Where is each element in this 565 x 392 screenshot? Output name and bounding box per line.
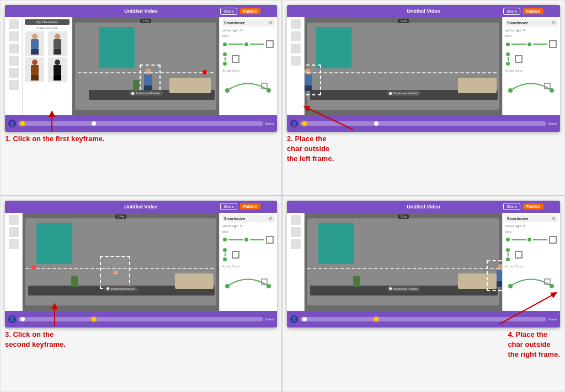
cell-step4: Untitled Video Share Publish: [282, 196, 565, 393]
dot-4a-sq: [549, 236, 557, 244]
direction-select-2[interactable]: Left to right ▼: [505, 29, 558, 32]
dot-4b-v1: [506, 248, 510, 252]
sidebar-icon-2a[interactable]: [291, 19, 301, 29]
arc-svg-2: [505, 74, 557, 96]
sidebar-icon-text[interactable]: [9, 44, 19, 53]
panel-title-2: Smartmove: [507, 21, 528, 25]
publish-btn-3[interactable]: Publish: [240, 203, 260, 210]
dot-line-2: [250, 44, 264, 45]
sidebar-icon-2d[interactable]: [291, 56, 301, 66]
path-end-dot-1: [202, 70, 207, 74]
settings-icon-3[interactable]: ⚙: [269, 216, 273, 221]
arrow-3-svg: [41, 303, 96, 328]
sidebar-icon-media[interactable]: [9, 56, 19, 66]
preview-btn-2[interactable]: Smartmove Preview: [386, 90, 420, 96]
anim-dots-3b: [222, 247, 275, 262]
arc-section-2: Arc and Curve: [505, 69, 558, 96]
char-item-1[interactable]: [25, 31, 44, 56]
arrow-1-svg: [35, 111, 90, 133]
sidebar-icon-char[interactable]: [9, 31, 19, 41]
user-icon-1: 👤: [8, 120, 16, 127]
dot-2a-end: [527, 42, 531, 46]
selection-handle-3: [113, 270, 117, 274]
direction-select-3[interactable]: Left to right ▼: [222, 224, 275, 228]
sidebar-icon-music[interactable]: [9, 80, 19, 90]
preview-btn-4[interactable]: Smartmove Preview: [386, 286, 420, 292]
char-figure-2: [52, 34, 62, 55]
char-item-4[interactable]: [48, 57, 67, 82]
svg-line-19: [499, 294, 555, 324]
settings-icon-1[interactable]: ⚙: [269, 20, 273, 25]
settings-icon-4[interactable]: ⚙: [552, 216, 556, 221]
keyframe-2-2[interactable]: [374, 121, 379, 126]
publish-btn-2[interactable]: Publish: [523, 8, 543, 14]
anim-dots-2a: [505, 39, 558, 49]
sidebar-icon-4b[interactable]: [291, 227, 301, 237]
keyframe-2[interactable]: [92, 121, 96, 126]
sidebar-icon-3b[interactable]: [9, 227, 19, 237]
chevron-icon-4: ▼: [523, 224, 526, 228]
selection-box-3: [100, 256, 130, 289]
publish-btn-1[interactable]: Publish: [240, 8, 260, 14]
sidebar-icon-4c[interactable]: [291, 239, 301, 249]
dot-v1: [223, 52, 227, 56]
dot-line-1: [228, 44, 243, 45]
anim-dots-4a: [505, 235, 558, 245]
sidebar-1: [5, 17, 23, 115]
publish-btn-4[interactable]: Publish: [523, 203, 543, 210]
main-area-3: 77% Smartmove Preview Smartmove ⚙: [5, 213, 277, 311]
dot-square-2: [232, 55, 239, 63]
preview-btn-3[interactable]: Smartmove Preview: [104, 286, 138, 292]
bed-2: [458, 78, 497, 93]
plant-3: [71, 276, 78, 287]
chars-header-1: My Characters: [25, 19, 70, 25]
vline-3: [225, 253, 226, 256]
direction-select-4[interactable]: Left to right ▼: [505, 224, 558, 228]
dot-4a-line2: [533, 239, 547, 240]
sidebar-icon-4a[interactable]: [291, 215, 301, 225]
dot-square-1: [266, 40, 274, 48]
panel-header-2: Smartmove ⚙: [505, 19, 558, 26]
zoom-label-1: Zoom: [265, 122, 274, 125]
bed-1: [169, 78, 211, 93]
panel-header-3: Smartmove ⚙: [222, 215, 275, 222]
app-title-2: Untitled Video: [407, 8, 440, 14]
chevron-icon-2: ▼: [523, 29, 526, 32]
keyframe-3-1[interactable]: [20, 317, 25, 321]
movement-path-1: [78, 72, 214, 73]
arrow-4-svg: [450, 288, 560, 327]
share-btn-1[interactable]: Share: [220, 8, 237, 15]
smartmove-panel-3: Smartmove ⚙ Left to right ▼ Basic: [219, 213, 277, 311]
share-btn-3[interactable]: Share: [220, 203, 237, 210]
dot-2b-v2: [506, 62, 510, 66]
direction-select-1[interactable]: Left to right ▼: [222, 29, 275, 32]
sidebar-icon-3a[interactable]: [9, 215, 19, 225]
bed-3: [175, 273, 214, 289]
keyframe-1-active[interactable]: [20, 121, 25, 126]
char-item-2[interactable]: [48, 31, 67, 56]
settings-icon-2[interactable]: ⚙: [552, 20, 556, 25]
share-btn-4[interactable]: Share: [503, 203, 520, 210]
sidebar-icon-bg[interactable]: [9, 68, 19, 78]
anim-dots-2b: [505, 51, 558, 67]
svg-line-9: [306, 108, 353, 130]
keyframe-4-2-active[interactable]: [374, 317, 379, 321]
dot-2b-sq: [515, 55, 523, 63]
keyframe-4-1[interactable]: [302, 317, 307, 321]
chars-create-1: Create Your Own: [25, 26, 70, 30]
share-btn-2[interactable]: Share: [503, 8, 520, 15]
panel-title-4: Smartmove: [507, 217, 528, 221]
sidebar-icon-3c[interactable]: [9, 239, 19, 249]
step1-label: 1. Click on the first keyframe.: [5, 134, 105, 144]
char-item-3[interactable]: [25, 57, 44, 82]
step4-label: 4. Place thechar outsidethe right frame.: [508, 330, 560, 360]
cell-step3: Untitled Video Share Publish: [0, 196, 282, 393]
sidebar-icon-2b[interactable]: [291, 31, 301, 41]
sidebar-icon-search[interactable]: [9, 19, 19, 29]
preview-icon-1: [131, 92, 134, 95]
selection-box-4: [487, 260, 502, 291]
preview-btn-1[interactable]: Smartmove Preview: [129, 90, 163, 96]
arc-section-1: Arc and Curve: [222, 69, 275, 96]
svg-point-10: [225, 284, 230, 288]
sidebar-icon-2c[interactable]: [291, 44, 301, 53]
